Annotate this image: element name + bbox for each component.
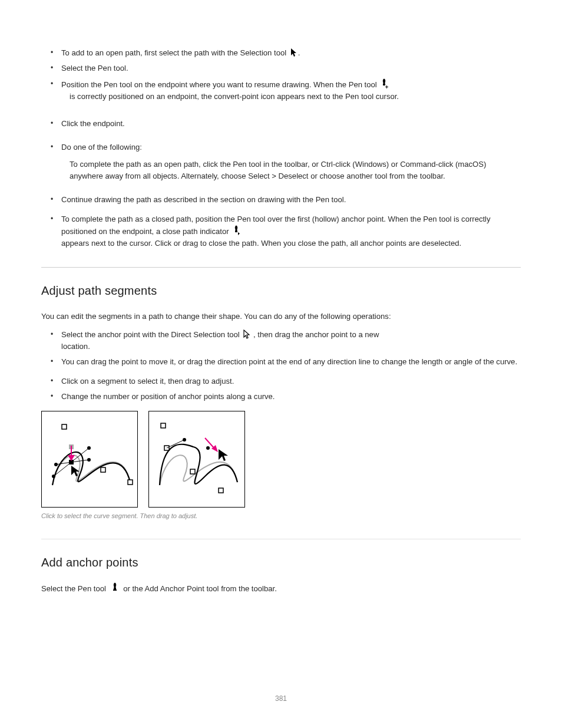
- svg-rect-21: [219, 488, 223, 493]
- svg-rect-27: [113, 589, 117, 591]
- svg-rect-5: [101, 467, 105, 472]
- body-text: Continue drawing the path as described i…: [61, 195, 346, 204]
- bullet-list-top: To add to an open path, first select the…: [53, 47, 521, 249]
- body-text: You can drag the point to move it, or dr…: [61, 357, 517, 366]
- paragraph: You can edit the segments in a path to c…: [41, 311, 521, 322]
- section-divider: [41, 267, 521, 268]
- figure-caption: Click to select the curve segment. Then …: [41, 511, 521, 521]
- figure-drag-segment: [148, 411, 245, 508]
- body-text: To add to an open path, first select the…: [61, 48, 286, 57]
- svg-rect-18: [161, 423, 166, 428]
- body-text: Position the Pen tool on the endpoint wh…: [61, 80, 377, 89]
- body-text: To complete the path as a closed path, p…: [61, 215, 491, 236]
- body-text: Click the endpoint.: [61, 119, 125, 128]
- body-text: Select the anchor point with the Direct …: [61, 330, 240, 339]
- body-text: You can edit the segments in a path to c…: [41, 312, 391, 321]
- direct-selection-tool-icon: [243, 330, 250, 339]
- sub-paragraph: To complete the path as an open path, cl…: [70, 159, 521, 183]
- svg-point-14: [87, 458, 91, 462]
- body-text: is correctly positioned on an endpoint, …: [70, 92, 399, 101]
- list-item: Position the Pen tool on the endpoint wh…: [53, 78, 521, 103]
- svg-rect-6: [128, 480, 133, 485]
- body-text: To complete the path as an open path, cl…: [70, 160, 486, 180]
- body-text: , then drag the anchor point to a new: [253, 330, 379, 339]
- page-number: 381: [0, 693, 562, 704]
- body-text: Do one of the following:: [61, 143, 142, 151]
- body-text: Select the Pen tool.: [61, 64, 128, 73]
- svg-point-12: [87, 446, 91, 450]
- list-item: Continue drawing the path as described i…: [53, 194, 521, 206]
- paragraph: Select the Pen tool or the Add Anchor Po…: [41, 582, 521, 595]
- figure-select-segment: [41, 411, 138, 508]
- document-page: To add to an open path, first select the…: [0, 0, 562, 728]
- svg-rect-26: [114, 588, 116, 589]
- list-item: Select the Pen tool.: [53, 62, 521, 74]
- body-text: Select the Pen tool: [41, 584, 106, 593]
- list-item: You can drag the point to move it, or dr…: [53, 356, 521, 368]
- list-item: Select the anchor point with the Direct …: [53, 329, 521, 353]
- body-text: Change the number or position of anchor …: [61, 392, 275, 401]
- pen-tool-icon: [111, 582, 119, 593]
- svg-rect-4: [62, 424, 67, 429]
- svg-rect-2: [385, 87, 388, 87]
- svg-rect-0: [383, 84, 385, 85]
- svg-rect-3: [235, 230, 237, 232]
- list-item: Change the number or position of anchor …: [53, 391, 521, 403]
- list-item: Click the endpoint.: [53, 118, 521, 130]
- list-item: Do one of the following: To complete the…: [53, 141, 521, 182]
- caption-text: Click to select the curve segment. Then …: [41, 512, 197, 519]
- body-text: Click on a segment to select it, then dr…: [61, 377, 234, 386]
- section-heading: Adjust path segments: [41, 282, 521, 300]
- list-item: To add to an open path, first select the…: [53, 47, 521, 59]
- body-text: or the Add Anchor Point tool from the to…: [123, 584, 277, 593]
- page-number-text: 381: [275, 694, 287, 703]
- section-heading: Add anchor points: [41, 554, 521, 572]
- figure-row: [41, 411, 521, 508]
- svg-point-24: [206, 446, 210, 450]
- list-item: To complete the path as a closed path, p…: [53, 213, 521, 250]
- continuation-text: is correctly positioned on an endpoint, …: [70, 91, 521, 103]
- body-text: location.: [61, 342, 90, 351]
- section-divider: [41, 539, 521, 539]
- svg-rect-20: [190, 469, 195, 474]
- list-item: Click on a segment to select it, then dr…: [53, 375, 521, 387]
- heading-text: Adjust path segments: [41, 284, 157, 297]
- pen-close-path-icon: [232, 225, 242, 236]
- pen-add-point-icon: [380, 78, 389, 89]
- bullet-list-section1: Select the anchor point with the Direct …: [53, 329, 521, 403]
- svg-point-16: [54, 463, 58, 466]
- selection-tool-icon: [290, 48, 297, 57]
- period: .: [298, 48, 300, 57]
- heading-text: Add anchor points: [41, 556, 138, 569]
- svg-point-10: [52, 475, 55, 478]
- body-text: appears next to the cursor. Click or dra…: [61, 239, 461, 248]
